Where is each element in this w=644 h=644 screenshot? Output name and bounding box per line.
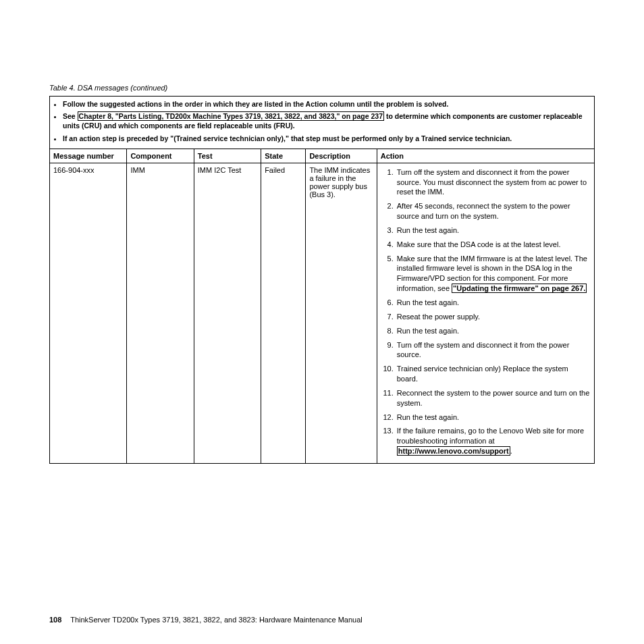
col-component: Component xyxy=(127,149,194,163)
table-row: 166-904-xxx IMM IMM I2C Test Failed The … xyxy=(50,163,595,463)
page-footer: 108 ThinkServer TD200x Types 3719, 3821,… xyxy=(49,616,363,624)
cell-test: IMM I2C Test xyxy=(194,163,261,463)
cell-action: Turn off the system and disconnect it fr… xyxy=(377,163,594,463)
chapter-link[interactable]: Chapter 8, "Parts Listing, TD200x Machin… xyxy=(78,111,384,121)
col-test: Test xyxy=(194,149,261,163)
cell-state: Failed xyxy=(261,163,306,463)
instruction-cell: Follow the suggested actions in the orde… xyxy=(50,97,595,149)
instruction-2: See Chapter 8, "Parts Listing, TD200x Ma… xyxy=(63,111,591,130)
cell-message-number: 166-904-xxx xyxy=(50,163,127,463)
instruction-3: If an action step is preceded by "(Train… xyxy=(63,134,591,143)
page-content: Table 4. DSA messages (continued) Follow… xyxy=(49,84,595,464)
col-action: Action xyxy=(377,149,594,163)
col-state: State xyxy=(261,149,306,163)
instruction-row: Follow the suggested actions in the orde… xyxy=(50,97,595,149)
action-step: If the failure remains, go to the Lenovo… xyxy=(396,426,591,456)
action-step: Turn off the system and disconnect it fr… xyxy=(396,167,591,198)
action-step: Make sure that the DSA code is at the la… xyxy=(396,240,591,250)
action-step: Make sure that the IMM firmware is at th… xyxy=(396,254,591,294)
table-caption: Table 4. DSA messages (continued) xyxy=(49,84,595,92)
footer-title: ThinkServer TD200x Types 3719, 3821, 382… xyxy=(70,616,363,624)
action-step: Run the test again. xyxy=(396,225,591,236)
support-link[interactable]: http://www.lenovo.com/support xyxy=(397,446,510,456)
header-row: Message number Component Test State Desc… xyxy=(50,149,595,163)
action-step: Run the test again. xyxy=(396,326,591,336)
page-number: 108 xyxy=(49,616,61,624)
action-step: Turn off the system and disconnect it fr… xyxy=(396,340,591,360)
col-description: Description xyxy=(306,149,377,163)
action-step: Run the test again. xyxy=(396,412,591,423)
col-message-number: Message number xyxy=(50,149,127,163)
firmware-link[interactable]: "Updating the firmware" on page 267. xyxy=(452,284,587,293)
cell-description: The IMM indicates a failure in the power… xyxy=(306,163,377,463)
action-step: Reconnect the system to the power source… xyxy=(396,388,591,408)
dsa-table: Follow the suggested actions in the orde… xyxy=(49,96,595,464)
action-step: After 45 seconds, reconnect the system t… xyxy=(396,201,591,221)
action-list: Turn off the system and disconnect it fr… xyxy=(381,167,591,456)
cell-component: IMM xyxy=(127,163,194,463)
action-step: Reseat the power supply. xyxy=(396,312,591,322)
action-step: Run the test again. xyxy=(396,298,591,308)
action-step: Trained service technician only) Replace… xyxy=(396,364,591,384)
instruction-1: Follow the suggested actions in the orde… xyxy=(63,99,591,109)
